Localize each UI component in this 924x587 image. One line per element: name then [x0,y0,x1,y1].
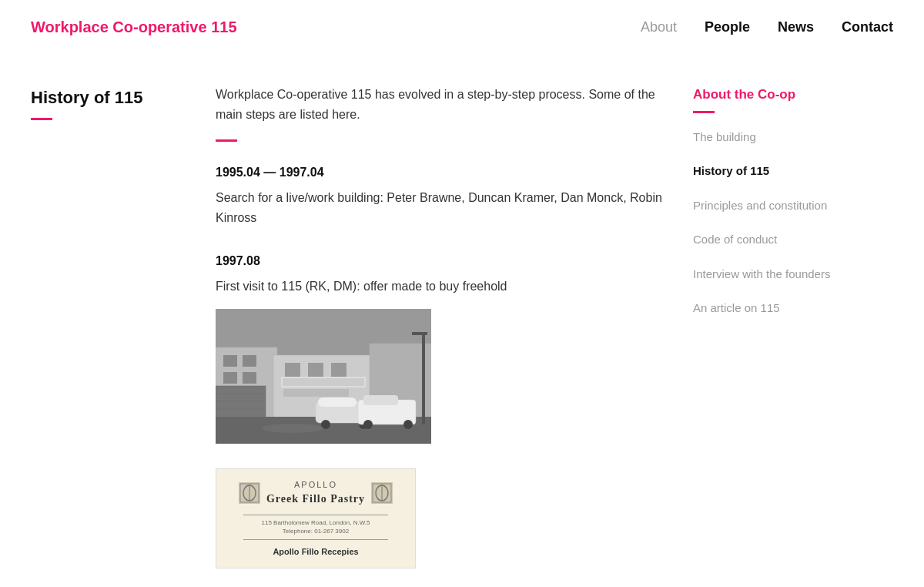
receipt-emblem-left [239,482,260,504]
svg-rect-12 [216,386,266,421]
svg-rect-10 [308,363,323,377]
content-dash [216,139,237,142]
receipt-emblem-right [371,482,393,504]
svg-rect-28 [412,332,427,335]
receipt-divider-bottom [243,539,387,540]
svg-rect-11 [331,363,346,377]
receipt-bottom-title: Apollo Fillo Recepies [273,545,358,558]
main-content: Workplace Co-operative 115 has evolved i… [216,85,662,569]
svg-rect-7 [223,372,237,384]
entry-1: 1995.04 — 1997.04 Search for a live/work… [216,163,662,227]
left-sidebar: History of 115 [31,85,185,569]
svg-rect-6 [243,355,256,367]
entry-2-date: 1997.08 [216,252,662,270]
nav-about[interactable]: About [641,17,677,38]
building-photo [216,309,431,444]
svg-rect-29 [283,389,349,397]
sidebar-item-building[interactable]: The building [693,129,893,146]
page-title: History of 115 [31,85,185,110]
receipt-main-title: Greek Fillo Pastry [266,491,365,507]
svg-rect-24 [363,395,398,405]
entry-1-date: 1995.04 — 1997.04 [216,163,662,182]
entry-2: 1997.08 First visit to 115 (RK, DM): off… [216,252,662,444]
svg-rect-17 [283,378,364,386]
sidebar-dash [693,111,715,113]
nav-contact[interactable]: Contact [842,17,893,38]
sidebar-item-article[interactable]: An article on 115 [693,300,893,317]
site-header: Workplace Co-operative 115 About People … [0,0,924,54]
receipt-title-block: APOLLO Greek Fillo Pastry [266,478,365,508]
receipt-address: 115 Bartholomew Road, London, N.W.5 Tele… [262,518,370,535]
svg-rect-27 [422,332,425,424]
nav-people[interactable]: People [705,17,750,38]
entry-1-text: Search for a live/work building: Peter B… [216,188,662,227]
page-layout: History of 115 Workplace Co-operative 11… [0,54,924,587]
svg-rect-9 [285,363,300,377]
intro-text: Workplace Co-operative 115 has evolved i… [216,85,662,124]
sidebar-section-title: About the Co-op [693,85,893,105]
receipt-logo-area: APOLLO Greek Fillo Pastry [239,478,393,508]
svg-rect-5 [223,355,237,367]
right-sidebar: About the Co-op The building History of … [693,85,893,569]
receipt-divider-top [243,515,387,515]
sidebar-item-principles[interactable]: Principles and constitution [693,197,893,215]
title-dash [31,118,52,120]
main-nav: About People News Contact [641,17,893,38]
svg-point-26 [403,420,413,429]
receipt-image: APOLLO Greek Fillo Pastry 115 Bartholome… [216,468,416,569]
sidebar-item-interview[interactable]: Interview with the founders [693,266,893,283]
receipt-apollo: APOLLO [266,478,365,491]
svg-point-30 [262,424,323,433]
svg-rect-20 [318,397,357,407]
svg-point-25 [363,420,373,429]
nav-news[interactable]: News [778,17,814,38]
site-logo[interactable]: Workplace Co-operative 115 [31,15,237,39]
sidebar-item-conduct[interactable]: Code of conduct [693,231,893,249]
sidebar-item-history[interactable]: History of 115 [693,163,893,180]
svg-rect-8 [243,372,256,384]
entry-2-text: First visit to 115 (RK, DM): offer made … [216,277,662,297]
